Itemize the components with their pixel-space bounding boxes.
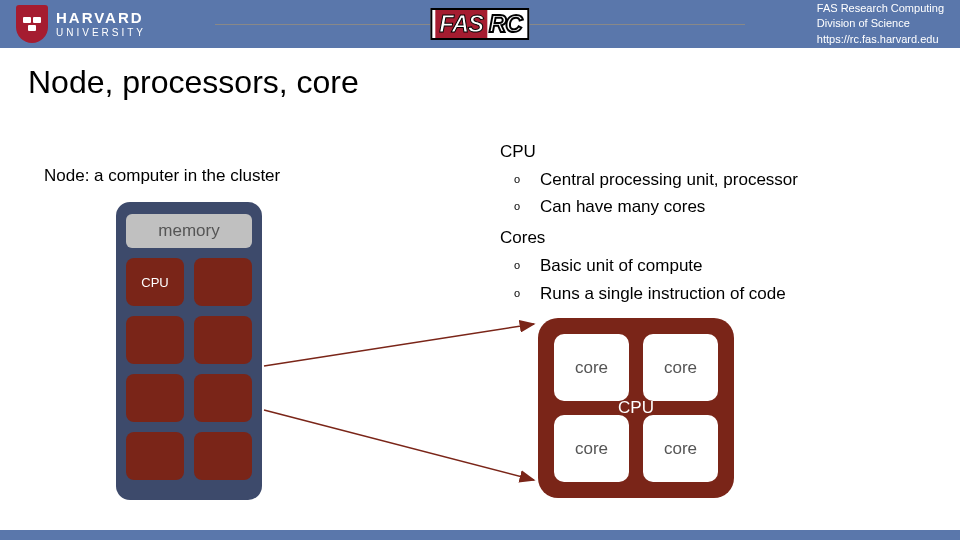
cpu-chip-blank — [194, 374, 252, 422]
cores-item: Basic unit of compute — [500, 252, 798, 279]
cpu-expanded-diagram: core core core core CPU — [538, 318, 734, 498]
core-box: core — [554, 415, 629, 482]
footer-bar — [0, 530, 960, 540]
cpu-chip-blank — [194, 258, 252, 306]
cpu-center-label: CPU — [618, 398, 654, 418]
fasrc-logo: FASRC — [430, 8, 529, 40]
header-line2: Division of Science — [817, 16, 944, 31]
cpu-chip-blank — [126, 316, 184, 364]
right-text-block: CPU Central processing unit, processor C… — [500, 142, 798, 315]
cpu-item: Can have many cores — [500, 193, 798, 220]
core-box: core — [554, 334, 629, 401]
header-line1: FAS Research Computing — [817, 1, 944, 16]
harvard-logo: HARVARD UNIVERSITY — [0, 0, 146, 48]
node-diagram: memory CPU — [116, 202, 262, 500]
header-bar: HARVARD UNIVERSITY FASRC FAS Research Co… — [0, 0, 960, 48]
harvard-name: HARVARD — [56, 10, 146, 27]
harvard-subtitle: UNIVERSITY — [56, 27, 146, 38]
cpu-chip-blank — [126, 374, 184, 422]
fasrc-rc: RC — [487, 10, 522, 38]
cpu-chip-blank — [194, 432, 252, 480]
svg-line-1 — [264, 324, 534, 366]
core-box: core — [643, 415, 718, 482]
cpu-chip-blank — [194, 316, 252, 364]
cores-heading: Cores — [500, 228, 798, 248]
fasrc-fas: FAS — [435, 10, 487, 38]
cores-item: Runs a single instruction of code — [500, 280, 798, 307]
memory-chip: memory — [126, 214, 252, 248]
core-box: core — [643, 334, 718, 401]
cpu-item: Central processing unit, processor — [500, 166, 798, 193]
svg-line-2 — [264, 410, 534, 480]
cpu-chip-blank — [126, 432, 184, 480]
harvard-shield-icon — [16, 5, 48, 43]
cpu-list: Central processing unit, processor Can h… — [500, 166, 798, 220]
header-right-text: FAS Research Computing Division of Scien… — [817, 0, 960, 48]
slide-title: Node, processors, core — [0, 48, 960, 101]
cores-list: Basic unit of compute Runs a single inst… — [500, 252, 798, 306]
cpu-chip: CPU — [126, 258, 184, 306]
header-line3: https://rc.fas.harvard.edu — [817, 32, 944, 47]
cpu-heading: CPU — [500, 142, 798, 162]
node-label: Node: a computer in the cluster — [44, 166, 280, 186]
